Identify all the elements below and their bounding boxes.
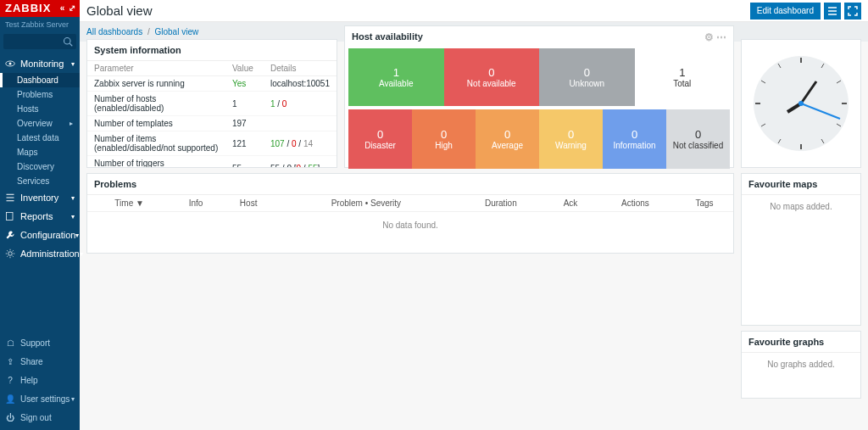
sidebar: ZABBIX « ⤢ Test Zabbix Server Monitoring… — [0, 0, 80, 430]
sidebar-item-dashboard[interactable]: Dashboard — [0, 73, 80, 87]
panel-title: Problems — [87, 174, 733, 195]
col-tags[interactable]: Tags — [676, 195, 733, 212]
more-icon[interactable]: ⋯ — [716, 31, 726, 43]
ha-cell-not-classified[interactable]: 0Not classified — [666, 109, 730, 169]
help-icon: ? — [5, 376, 15, 385]
gear-icon — [5, 249, 15, 259]
panel-title: Host availability — [352, 31, 423, 43]
col-duration[interactable]: Duration — [455, 195, 546, 212]
nav-administration[interactable]: Administration▾ — [0, 244, 80, 263]
svg-point-3 — [9, 63, 12, 65]
nav-monitoring[interactable]: Monitoring▾ — [0, 54, 80, 73]
footer-nav: ☖Support ⇪Share ?Help 👤User settings▾ ⏻S… — [0, 333, 80, 427]
table-row: Number of templates197 — [87, 116, 337, 131]
fullscreen-icon — [848, 6, 858, 16]
gear-icon[interactable]: ⚙ — [704, 31, 714, 43]
ha-cell-average[interactable]: 0Average — [476, 109, 539, 169]
panel-title: Favourite maps — [742, 174, 860, 195]
ha-cell-not-available[interactable]: 0Not available — [444, 48, 540, 106]
col-actions[interactable]: Actions — [595, 195, 676, 212]
svg-point-5 — [8, 252, 13, 256]
svg-line-1 — [70, 43, 72, 46]
panel-host-availability: Host availability ⚙ ⋯ 1Available0Not ava… — [344, 25, 734, 168]
table-row: Number of hosts (enabled/disabled)11 / 0 — [87, 92, 337, 116]
footer-settings[interactable]: 👤User settings▾ — [0, 389, 80, 408]
problems-table: Time ▼InfoHostProblem • SeverityDuration… — [87, 195, 733, 212]
svg-point-22 — [798, 101, 804, 106]
footer-support[interactable]: ☖Support — [0, 333, 80, 352]
sidebar-item-problems[interactable]: Problems — [0, 87, 80, 102]
logo[interactable]: ZABBIX « ⤢ — [0, 0, 80, 17]
ha-cell-total[interactable]: 1Total — [635, 48, 731, 106]
panel-clock — [741, 39, 861, 168]
col-value[interactable]: Value — [225, 61, 264, 76]
panel-title: System information — [87, 40, 337, 61]
favmaps-empty: No maps added. — [742, 195, 860, 218]
page-title: Global view — [86, 3, 153, 18]
power-icon: ⏻ — [5, 413, 15, 422]
ha-cell-unknown[interactable]: 0Unknown — [539, 48, 635, 106]
nav-configuration[interactable]: Configuration▾ — [0, 226, 80, 244]
menu-icon — [827, 6, 837, 16]
ha-cell-disaster[interactable]: 0Disaster — [348, 109, 412, 169]
panel-favourite-maps: Favourite maps No maps added. — [741, 173, 861, 326]
ha-cell-available[interactable]: 1Available — [348, 48, 444, 106]
panel-system-information: System information Parameter Value Detai… — [86, 39, 337, 168]
breadcrumb-all[interactable]: All dashboards — [86, 27, 142, 36]
svg-rect-4 — [7, 213, 14, 221]
footer-share[interactable]: ⇪Share — [0, 352, 80, 371]
footer-signout[interactable]: ⏻Sign out — [0, 408, 80, 427]
sidebar-item-overview[interactable]: Overview▸ — [0, 116, 80, 131]
search-icon — [63, 36, 73, 47]
col-info[interactable]: Info — [171, 195, 220, 212]
footer-help[interactable]: ?Help — [0, 371, 80, 389]
ha-cell-high[interactable]: 0High — [412, 109, 476, 169]
col-problem-severity[interactable]: Problem • Severity — [276, 195, 455, 212]
panel-title: Favourite graphs — [742, 332, 860, 353]
sidebar-item-latest-data[interactable]: Latest data — [0, 131, 80, 145]
col-details[interactable]: Details — [264, 61, 337, 76]
sidebar-item-services[interactable]: Services — [0, 174, 80, 188]
user-icon: 👤 — [5, 394, 15, 404]
action-menu-button[interactable] — [824, 3, 841, 20]
nav-inventory[interactable]: Inventory▾ — [0, 188, 80, 207]
table-row: Zabbix server is runningYeslocalhost:100… — [87, 76, 337, 92]
col-host[interactable]: Host — [220, 195, 277, 212]
fullscreen-button[interactable] — [844, 3, 861, 20]
support-icon: ☖ — [5, 338, 15, 348]
list-icon — [5, 193, 15, 203]
eye-icon — [5, 59, 15, 69]
col-parameter[interactable]: Parameter — [87, 61, 225, 76]
svg-point-0 — [64, 38, 71, 45]
wrench-icon — [5, 230, 15, 240]
favgraphs-empty: No graphs added. — [742, 353, 860, 376]
share-icon: ⇪ — [5, 357, 15, 366]
sidebar-collapse-icons[interactable]: « ⤢ — [60, 0, 76, 17]
panel-favourite-graphs: Favourite graphs No graphs added. — [741, 331, 861, 399]
main: Global view Edit dashboard All dashboard… — [80, 0, 868, 430]
nav-reports[interactable]: Reports▾ — [0, 207, 80, 226]
table-row: Number of triggers (enabled/disabled [pr… — [87, 156, 337, 169]
topbar: Global view Edit dashboard — [80, 0, 868, 22]
ha-cell-information[interactable]: 0Information — [603, 109, 666, 169]
clock-icon — [750, 53, 852, 154]
table-row: Number of items (enabled/disabled/not su… — [87, 131, 337, 156]
problems-empty: No data found. — [87, 212, 733, 238]
system-info-table: Parameter Value Details Zabbix server is… — [87, 61, 337, 168]
search-input[interactable] — [3, 34, 76, 49]
panel-problems: Problems Time ▼InfoHostProblem • Severit… — [86, 173, 734, 254]
sidebar-item-maps[interactable]: Maps — [0, 145, 80, 159]
report-icon — [5, 211, 15, 221]
sidebar-item-hosts[interactable]: Hosts — [0, 102, 80, 116]
col-time-[interactable]: Time ▼ — [87, 195, 171, 212]
ha-cell-warning[interactable]: 0Warning — [539, 109, 603, 169]
col-ack[interactable]: Ack — [546, 195, 595, 212]
breadcrumb-current[interactable]: Global view — [155, 27, 199, 36]
sidebar-item-discovery[interactable]: Discovery — [0, 159, 80, 174]
edit-dashboard-button[interactable]: Edit dashboard — [750, 3, 821, 20]
server-label: Test Zabbix Server — [0, 17, 80, 34]
